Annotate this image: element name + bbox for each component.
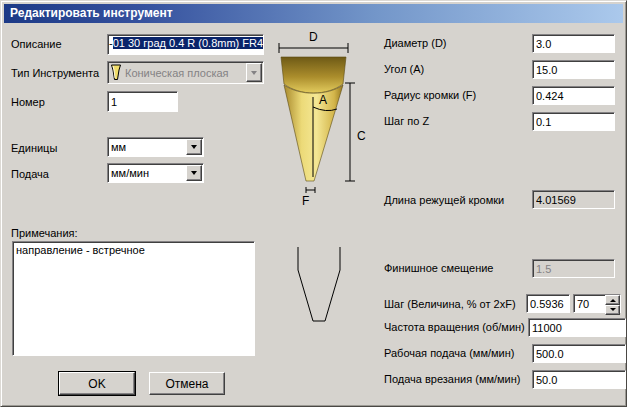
diameter-input[interactable] [532, 34, 615, 53]
stepover-percent-spinner [605, 295, 620, 312]
work-feed-label: Рабочая подача (мм/мин) [384, 347, 514, 359]
spin-up-button[interactable] [605, 295, 620, 305]
diagram-label-a: A [319, 93, 327, 107]
titlebar[interactable]: Редактировать инструмент [4, 4, 623, 23]
edge-radius-label: Радиус кромки (F) [384, 89, 476, 101]
edge-radius-input[interactable] [532, 86, 615, 105]
spindle-speed-input[interactable] [528, 318, 626, 337]
notes-textarea[interactable] [12, 241, 255, 356]
finish-offset-label: Финишное смещение [384, 262, 493, 274]
plunge-feed-input[interactable] [532, 370, 626, 389]
units-dropdown-button[interactable] [186, 139, 202, 155]
angle-label: Угол (A) [384, 63, 424, 75]
description-label: Описание [11, 38, 62, 50]
feed-units-combobox[interactable]: мм/мин [107, 163, 204, 183]
description-selected-text: 01 30 град 0.4 R (0.8mm) FR4 [113, 37, 263, 49]
chevron-down-icon [191, 145, 197, 152]
cancel-button-label: Отмена [165, 377, 208, 391]
stepover-percent-field [573, 294, 621, 313]
cutting-edge-length-label: Длина режущей кромки [384, 194, 504, 206]
tool-tip-profile [259, 241, 377, 329]
angle-input[interactable] [532, 60, 615, 79]
arrow-down-icon [610, 308, 616, 314]
diagram-label-f: F [302, 194, 309, 208]
finish-offset-field [532, 259, 615, 278]
stepover-label: Шаг (Величина, % от 2xF) [384, 298, 516, 310]
tool-type-combobox[interactable]: Коническая плоская [107, 61, 264, 84]
units-value: мм [108, 141, 185, 153]
work-feed-input[interactable] [532, 344, 626, 363]
units-combobox[interactable]: мм [107, 137, 204, 157]
diagram-label-c: C [357, 129, 366, 143]
spin-down-button[interactable] [605, 305, 620, 315]
tool-diagram: D A C F [257, 27, 379, 213]
cutting-edge-length-field [532, 190, 615, 209]
ok-button[interactable]: OK [59, 372, 135, 395]
plunge-feed-label: Подача врезания (мм/мин) [384, 373, 521, 385]
ok-button-label: OK [88, 377, 105, 391]
chevron-down-icon [191, 171, 197, 178]
tool-shank [281, 57, 346, 93]
number-input[interactable] [107, 91, 178, 112]
notes-label: Примечания: [11, 227, 78, 239]
description-input[interactable]: -01 30 град 0.4 R (0.8mm) FR4 [107, 34, 264, 55]
stepover-value-input[interactable] [526, 294, 570, 313]
z-step-input[interactable] [532, 112, 615, 131]
diameter-label: Диаметр (D) [384, 37, 447, 49]
conical-flat-tool-icon [110, 64, 122, 81]
feed-units-dropdown-button[interactable] [186, 165, 202, 181]
z-step-label: Шаг по Z [384, 115, 429, 127]
spindle-speed-label: Частота вращения (об/мин) [384, 321, 525, 333]
number-label: Номер [11, 96, 45, 108]
arrow-up-icon [610, 296, 616, 302]
cancel-button[interactable]: Отмена [149, 372, 225, 395]
edit-tool-dialog: Редактировать инструмент Описание -01 30… [0, 0, 627, 407]
units-label: Единицы [11, 142, 57, 154]
feed-units-label: Подача [11, 168, 49, 180]
tool-type-label: Тип Инструмента [11, 67, 99, 79]
feed-units-value: мм/мин [108, 167, 185, 179]
window-title: Редактировать инструмент [10, 6, 173, 20]
diagram-label-d: D [309, 30, 318, 44]
tool-type-value: Коническая плоская [122, 67, 245, 79]
